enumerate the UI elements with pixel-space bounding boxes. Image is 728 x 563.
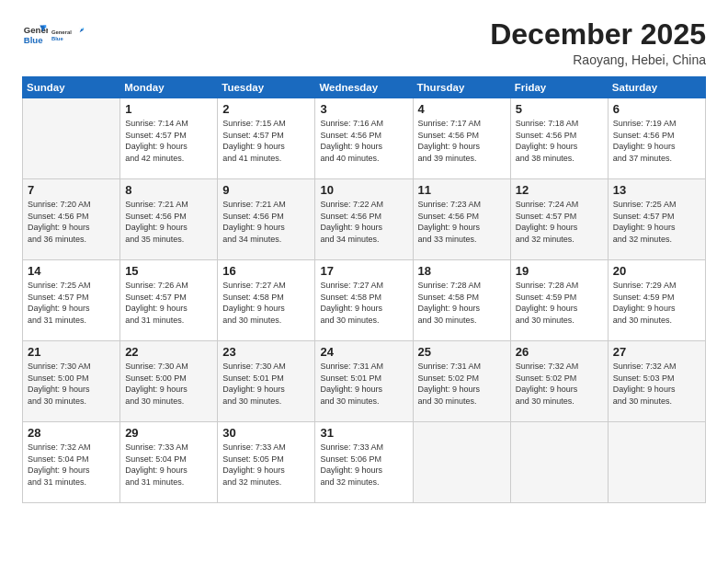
day-number: 9 xyxy=(222,183,310,197)
day-number: 31 xyxy=(320,426,407,440)
calendar-cell: 27Sunrise: 7:32 AM Sunset: 5:03 PM Dayli… xyxy=(608,341,705,422)
day-number: 23 xyxy=(222,345,310,359)
day-info: Sunrise: 7:30 AM Sunset: 5:00 PM Dayligh… xyxy=(28,361,115,407)
calendar-header-row: SundayMondayTuesdayWednesdayThursdayFrid… xyxy=(23,77,706,98)
day-number: 25 xyxy=(418,345,506,359)
calendar-cell: 22Sunrise: 7:30 AM Sunset: 5:00 PM Dayli… xyxy=(120,341,218,422)
day-info: Sunrise: 7:20 AM Sunset: 4:56 PM Dayligh… xyxy=(28,199,115,245)
calendar-cell: 20Sunrise: 7:29 AM Sunset: 4:59 PM Dayli… xyxy=(608,260,705,341)
logo-icon: General Blue xyxy=(22,22,48,48)
day-info: Sunrise: 7:26 AM Sunset: 4:57 PM Dayligh… xyxy=(125,280,212,326)
day-number: 22 xyxy=(125,345,212,359)
calendar-cell: 28Sunrise: 7:32 AM Sunset: 5:04 PM Dayli… xyxy=(23,422,120,503)
calendar-cell: 25Sunrise: 7:31 AM Sunset: 5:02 PM Dayli… xyxy=(413,341,510,422)
day-info: Sunrise: 7:24 AM Sunset: 4:57 PM Dayligh… xyxy=(516,199,603,245)
header-monday: Monday xyxy=(120,77,218,98)
calendar-cell xyxy=(23,98,120,179)
header-thursday: Thursday xyxy=(413,77,510,98)
day-info: Sunrise: 7:33 AM Sunset: 5:04 PM Dayligh… xyxy=(125,442,212,488)
calendar-cell: 5Sunrise: 7:18 AM Sunset: 4:56 PM Daylig… xyxy=(510,98,608,179)
header-friday: Friday xyxy=(510,77,608,98)
header-sunday: Sunday xyxy=(23,77,120,98)
day-number: 5 xyxy=(516,102,603,116)
day-number: 13 xyxy=(613,183,700,197)
day-info: Sunrise: 7:28 AM Sunset: 4:59 PM Dayligh… xyxy=(516,280,603,326)
day-number: 19 xyxy=(516,264,603,278)
day-info: Sunrise: 7:30 AM Sunset: 5:01 PM Dayligh… xyxy=(222,361,310,407)
day-info: Sunrise: 7:18 AM Sunset: 4:56 PM Dayligh… xyxy=(516,118,603,164)
day-number: 21 xyxy=(28,345,115,359)
header-wednesday: Wednesday xyxy=(315,77,413,98)
day-info: Sunrise: 7:30 AM Sunset: 5:00 PM Dayligh… xyxy=(125,361,212,407)
day-number: 8 xyxy=(125,183,212,197)
calendar-week-5: 28Sunrise: 7:32 AM Sunset: 5:04 PM Dayli… xyxy=(23,422,706,503)
day-number: 18 xyxy=(418,264,506,278)
day-info: Sunrise: 7:21 AM Sunset: 4:56 PM Dayligh… xyxy=(125,199,212,245)
day-info: Sunrise: 7:23 AM Sunset: 4:56 PM Dayligh… xyxy=(418,199,506,245)
svg-text:Blue: Blue xyxy=(24,35,43,45)
day-number: 4 xyxy=(418,102,506,116)
svg-text:Blue: Blue xyxy=(51,36,63,41)
day-info: Sunrise: 7:27 AM Sunset: 4:58 PM Dayligh… xyxy=(222,280,310,326)
day-info: Sunrise: 7:33 AM Sunset: 5:06 PM Dayligh… xyxy=(320,442,407,488)
calendar-cell: 12Sunrise: 7:24 AM Sunset: 4:57 PM Dayli… xyxy=(510,179,608,260)
day-info: Sunrise: 7:25 AM Sunset: 4:57 PM Dayligh… xyxy=(28,280,115,326)
calendar-cell: 8Sunrise: 7:21 AM Sunset: 4:56 PM Daylig… xyxy=(120,179,218,260)
header-tuesday: Tuesday xyxy=(218,77,315,98)
calendar-cell: 14Sunrise: 7:25 AM Sunset: 4:57 PM Dayli… xyxy=(23,260,120,341)
calendar-cell: 19Sunrise: 7:28 AM Sunset: 4:59 PM Dayli… xyxy=(510,260,608,341)
calendar-cell: 2Sunrise: 7:15 AM Sunset: 4:57 PM Daylig… xyxy=(218,98,315,179)
title-block: December 2025 Raoyang, Hebei, China xyxy=(490,18,706,67)
calendar-cell: 7Sunrise: 7:20 AM Sunset: 4:56 PM Daylig… xyxy=(23,179,120,260)
calendar-cell: 11Sunrise: 7:23 AM Sunset: 4:56 PM Dayli… xyxy=(413,179,510,260)
day-number: 27 xyxy=(613,345,700,359)
day-number: 17 xyxy=(320,264,407,278)
day-info: Sunrise: 7:27 AM Sunset: 4:58 PM Dayligh… xyxy=(320,280,407,326)
day-number: 6 xyxy=(613,102,700,116)
calendar-cell: 30Sunrise: 7:33 AM Sunset: 5:05 PM Dayli… xyxy=(218,422,315,503)
calendar-cell: 10Sunrise: 7:22 AM Sunset: 4:56 PM Dayli… xyxy=(315,179,413,260)
calendar-week-1: 1Sunrise: 7:14 AM Sunset: 4:57 PM Daylig… xyxy=(23,98,706,179)
calendar-table: SundayMondayTuesdayWednesdayThursdayFrid… xyxy=(22,76,706,503)
header: General Blue General Blue General Blue D… xyxy=(22,18,706,67)
calendar-cell xyxy=(413,422,510,503)
calendar-week-3: 14Sunrise: 7:25 AM Sunset: 4:57 PM Dayli… xyxy=(23,260,706,341)
day-number: 15 xyxy=(125,264,212,278)
day-info: Sunrise: 7:17 AM Sunset: 4:56 PM Dayligh… xyxy=(418,118,506,164)
day-number: 1 xyxy=(125,102,212,116)
day-number: 20 xyxy=(613,264,700,278)
calendar-cell: 26Sunrise: 7:32 AM Sunset: 5:02 PM Dayli… xyxy=(510,341,608,422)
day-info: Sunrise: 7:33 AM Sunset: 5:05 PM Dayligh… xyxy=(222,442,310,488)
calendar-cell: 9Sunrise: 7:21 AM Sunset: 4:56 PM Daylig… xyxy=(218,179,315,260)
day-number: 14 xyxy=(28,264,115,278)
calendar-cell: 6Sunrise: 7:19 AM Sunset: 4:56 PM Daylig… xyxy=(608,98,705,179)
day-number: 10 xyxy=(320,183,407,197)
calendar-cell: 16Sunrise: 7:27 AM Sunset: 4:58 PM Dayli… xyxy=(218,260,315,341)
day-info: Sunrise: 7:32 AM Sunset: 5:04 PM Dayligh… xyxy=(28,442,115,488)
logo: General Blue General Blue General Blue xyxy=(22,18,85,52)
day-number: 2 xyxy=(222,102,310,116)
calendar-cell: 18Sunrise: 7:28 AM Sunset: 4:58 PM Dayli… xyxy=(413,260,510,341)
calendar-cell: 17Sunrise: 7:27 AM Sunset: 4:58 PM Dayli… xyxy=(315,260,413,341)
calendar-cell: 15Sunrise: 7:26 AM Sunset: 4:57 PM Dayli… xyxy=(120,260,218,341)
calendar-cell: 1Sunrise: 7:14 AM Sunset: 4:57 PM Daylig… xyxy=(120,98,218,179)
calendar-cell: 23Sunrise: 7:30 AM Sunset: 5:01 PM Dayli… xyxy=(218,341,315,422)
day-info: Sunrise: 7:15 AM Sunset: 4:57 PM Dayligh… xyxy=(222,118,310,164)
day-info: Sunrise: 7:29 AM Sunset: 4:59 PM Dayligh… xyxy=(613,280,700,326)
calendar-cell: 13Sunrise: 7:25 AM Sunset: 4:57 PM Dayli… xyxy=(608,179,705,260)
header-saturday: Saturday xyxy=(608,77,705,98)
day-info: Sunrise: 7:31 AM Sunset: 5:02 PM Dayligh… xyxy=(418,361,506,407)
calendar-cell: 3Sunrise: 7:16 AM Sunset: 4:56 PM Daylig… xyxy=(315,98,413,179)
day-number: 28 xyxy=(28,426,115,440)
day-number: 26 xyxy=(516,345,603,359)
day-info: Sunrise: 7:14 AM Sunset: 4:57 PM Dayligh… xyxy=(125,118,212,164)
day-number: 24 xyxy=(320,345,407,359)
calendar-week-2: 7Sunrise: 7:20 AM Sunset: 4:56 PM Daylig… xyxy=(23,179,706,260)
calendar-cell: 29Sunrise: 7:33 AM Sunset: 5:04 PM Dayli… xyxy=(120,422,218,503)
day-info: Sunrise: 7:31 AM Sunset: 5:01 PM Dayligh… xyxy=(320,361,407,407)
day-number: 3 xyxy=(320,102,407,116)
day-number: 12 xyxy=(516,183,603,197)
day-number: 7 xyxy=(28,183,115,197)
day-info: Sunrise: 7:25 AM Sunset: 4:57 PM Dayligh… xyxy=(613,199,700,245)
calendar-cell: 4Sunrise: 7:17 AM Sunset: 4:56 PM Daylig… xyxy=(413,98,510,179)
